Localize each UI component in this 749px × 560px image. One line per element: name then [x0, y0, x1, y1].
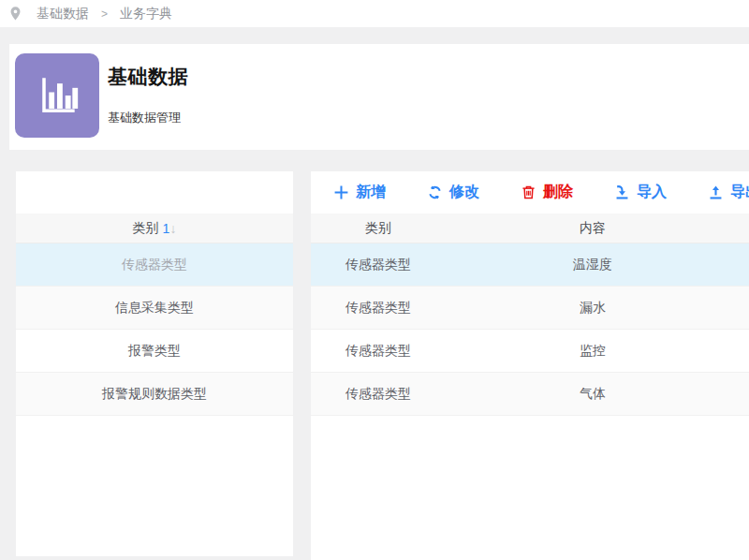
category-row-label: 报警规则数据类型	[102, 386, 207, 403]
location-pin-icon	[8, 6, 22, 22]
dict-row-gas[interactable]: 传感器类型 气体	[311, 373, 749, 416]
sort-ascending-icon[interactable]: 1	[163, 221, 170, 236]
dict-row-monitor[interactable]: 传感器类型 监控	[311, 330, 749, 373]
dict-row-category: 传感器类型	[311, 257, 446, 273]
sort-descending-icon[interactable]: ↓	[169, 221, 176, 236]
plus-icon	[333, 184, 349, 200]
export-button-label: 导出	[730, 183, 749, 202]
breadcrumb-item-basic-data[interactable]: 基础数据	[37, 6, 89, 22]
category-panel: 类别 1 ↓ 传感器类型 信息采集类型 报警类型 报警规则数据类型	[16, 171, 293, 556]
delete-button[interactable]: 删除	[521, 183, 582, 202]
dict-row-temp-humidity[interactable]: 传感器类型 温湿度	[311, 243, 749, 287]
import-button[interactable]: 导入	[614, 183, 676, 202]
category-column-header[interactable]: 类别 1 ↓	[16, 214, 293, 243]
dict-row-content: 气体	[446, 386, 740, 403]
breadcrumb-item-business-dict[interactable]: 业务字典	[120, 6, 172, 22]
page-header: 基础数据 基础数据管理	[9, 44, 749, 150]
refresh-icon	[427, 184, 443, 200]
page-subtitle: 基础数据管理	[108, 110, 188, 126]
add-button[interactable]: 新增	[333, 183, 395, 202]
dictionary-table-header: 类别 内容	[311, 214, 749, 243]
category-row-alarm-type[interactable]: 报警类型	[16, 330, 293, 373]
header-titles: 基础数据 基础数据管理	[108, 64, 188, 126]
dictionary-toolbar: 新增 修改 删除 导入	[311, 171, 749, 214]
dict-row-category: 传感器类型	[311, 386, 446, 403]
download-icon	[614, 184, 630, 200]
category-panel-toolbar-space	[16, 171, 293, 214]
dict-row-content: 温湿度	[446, 257, 740, 273]
breadcrumb-separator: >	[101, 7, 108, 21]
category-row-info-collect-type[interactable]: 信息采集类型	[16, 287, 293, 330]
dict-row-water-leak[interactable]: 传感器类型 漏水	[311, 287, 749, 330]
column-header-content: 内容	[446, 220, 740, 237]
category-header-label: 类别	[133, 220, 159, 237]
import-button-label: 导入	[637, 183, 667, 202]
bar-chart-icon	[31, 69, 83, 122]
add-button-label: 新增	[356, 183, 386, 202]
category-row-label: 报警类型	[128, 343, 181, 360]
delete-button-label: 删除	[543, 183, 573, 202]
dict-row-content: 监控	[446, 343, 740, 360]
export-button[interactable]: 导出	[708, 183, 749, 202]
breadcrumb: 基础数据 > 业务字典	[37, 6, 172, 22]
dict-row-content: 漏水	[446, 300, 740, 317]
category-row-label: 信息采集类型	[115, 300, 194, 317]
modify-button[interactable]: 修改	[427, 183, 489, 202]
dict-row-category: 传感器类型	[311, 300, 446, 317]
category-row-label: 传感器类型	[122, 257, 187, 273]
column-header-category: 类别	[311, 220, 446, 237]
dict-row-category: 传感器类型	[311, 343, 446, 360]
page-title: 基础数据	[108, 64, 188, 90]
breadcrumb-bar: 基础数据 > 业务字典	[0, 0, 749, 27]
category-row-sensor-type[interactable]: 传感器类型	[16, 243, 293, 287]
dictionary-panel: 新增 修改 删除 导入	[311, 171, 749, 560]
app-icon-box	[15, 53, 99, 138]
modify-button-label: 修改	[449, 183, 479, 202]
trash-icon	[521, 184, 536, 200]
upload-icon	[708, 184, 724, 200]
category-row-alarm-rule-data-type[interactable]: 报警规则数据类型	[16, 373, 293, 416]
